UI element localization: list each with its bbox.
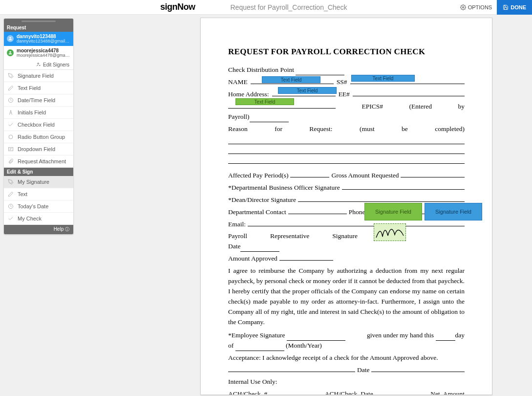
options-label: OPTIONS	[468, 4, 492, 10]
label-phone: Phone	[349, 207, 365, 218]
label-gross-amount: Gross Amount Requested	[331, 171, 399, 181]
tool-text-field[interactable]: Text Field	[4, 82, 73, 94]
tool-label: Request Attachment	[18, 158, 66, 164]
signer-email: dannyvito123488@gmail.c...	[17, 39, 70, 44]
paperclip-icon	[8, 158, 14, 164]
tool-checkbox-field[interactable]: Checkbox Field	[4, 119, 73, 131]
svg-point-5	[9, 135, 13, 139]
label-acceptance: Acceptance: I acknowledge receipt of a c…	[228, 353, 465, 363]
tool-label: Checkbox Field	[18, 122, 55, 128]
tool-my-check[interactable]: My Check	[4, 213, 73, 225]
dropdown-icon	[8, 146, 14, 152]
label-amount-approved: Amount Approved	[228, 254, 277, 264]
tool-label: Initials Field	[18, 110, 46, 115]
save-icon	[503, 4, 509, 10]
text-field-address2[interactable]: Text Field	[235, 98, 294, 105]
edit-signers-label: Edit Signers	[43, 62, 69, 67]
initials-icon	[8, 110, 14, 115]
topbar-actions: OPTIONS DONE	[455, 0, 532, 15]
tool-label: Date/Time Field	[18, 97, 55, 103]
label-epics: EPICS#	[362, 102, 383, 112]
svg-point-0	[462, 7, 464, 8]
tool-label: Text	[18, 191, 27, 197]
pen-nib-icon	[8, 179, 14, 185]
tool-label: Radio Button Group	[18, 134, 65, 140]
pen-nib-icon	[8, 73, 14, 79]
label-internal-use: Internal Use Only:	[228, 377, 465, 387]
clock-icon	[8, 203, 14, 209]
my-signature-placed[interactable]	[374, 223, 406, 241]
tool-label: My Check	[18, 216, 42, 221]
pencil-icon	[8, 191, 14, 197]
app-logo: signNow	[160, 2, 195, 12]
label-ee: EE#	[339, 89, 350, 100]
help-icon: ⓘ	[65, 227, 69, 232]
tool-todays-date[interactable]: Today's Date	[4, 200, 73, 213]
tool-radio-group[interactable]: Radio Button Group	[4, 131, 73, 143]
tool-initials-field[interactable]: Initials Field	[4, 107, 73, 119]
label-ss: SS#	[337, 77, 347, 88]
text-field-ss[interactable]: Text Field	[351, 75, 415, 82]
check-icon	[8, 122, 14, 128]
document-title: Request for Payroll_Correction_Check	[231, 3, 347, 11]
signature-field-1[interactable]: Signature Field	[364, 203, 422, 220]
label-date: Date	[228, 242, 240, 250]
sidebar-panel: Request dannyvito123488 dannyvito123488@…	[4, 19, 73, 234]
tool-datetime-field[interactable]: Date/Time Field	[4, 94, 73, 107]
agreement-paragraph: I agree to reimburse the Company by auth…	[228, 266, 465, 328]
doc-heading: REQUEST FOR PAYROLL CORRECTION CHECK	[228, 45, 465, 58]
svg-rect-6	[9, 147, 13, 151]
options-button[interactable]: OPTIONS	[455, 0, 497, 15]
label-dean-director: *Dean/Director Signature	[228, 195, 296, 205]
tool-signature-field[interactable]: Signature Field	[4, 70, 73, 82]
top-bar: signNow Request for Payroll_Correction_C…	[0, 0, 532, 15]
label-check-dist: Check Distribution Point	[228, 66, 294, 73]
person-edit-icon	[36, 62, 41, 67]
edit-signers-button[interactable]: Edit Signers	[4, 60, 73, 70]
label-affected-pay: Affected Pay Period(s)	[228, 171, 288, 181]
tool-text[interactable]: Text	[4, 188, 73, 200]
user-icon	[7, 35, 14, 42]
svg-point-1	[9, 37, 11, 39]
pencil-icon	[8, 85, 14, 91]
user-icon	[7, 49, 14, 56]
radio-icon	[8, 134, 14, 140]
check-icon	[8, 216, 14, 221]
done-button[interactable]: DONE	[497, 0, 532, 15]
text-field-name[interactable]: Text Field	[262, 76, 320, 83]
text-field-address[interactable]: Text Field	[278, 87, 337, 94]
tool-label: Dropdown Field	[18, 146, 55, 152]
tool-request-attachment[interactable]: Request Attachment	[4, 155, 73, 168]
panel-drag-handle[interactable]	[4, 19, 73, 23]
request-section-header: Request	[4, 23, 73, 32]
label-email: Email:	[228, 220, 246, 230]
signature-field-2[interactable]: Signature Field	[425, 203, 482, 220]
label-dept-contact: Departmental Contact	[228, 207, 286, 218]
signer-name: moorejessica4478	[17, 48, 70, 53]
label-emp-sig: *Employee Signature	[228, 331, 285, 339]
done-label: DONE	[511, 4, 526, 10]
svg-point-2	[9, 51, 11, 53]
gear-icon	[460, 4, 466, 10]
help-label: Help	[54, 226, 64, 232]
label-dept-bus-officer: *Departmental Business Officer Signature	[228, 183, 340, 193]
edit-sign-section-header: Edit & Sign	[4, 168, 73, 176]
svg-point-3	[38, 63, 39, 65]
label-month-year: (Month/Year)	[286, 342, 322, 349]
tool-my-signature[interactable]: My Signature	[4, 176, 73, 188]
signer-email: moorejessica4478@gmail...	[17, 53, 70, 58]
tool-label: Today's Date	[18, 203, 48, 209]
signer-row-1[interactable]: dannyvito123488 dannyvito123488@gmail.c.…	[4, 32, 73, 46]
tool-label: My Signature	[18, 179, 49, 185]
label-name: NAME	[228, 77, 248, 88]
help-button[interactable]: Help ⓘ	[4, 225, 73, 234]
signature-scribble-icon	[375, 225, 404, 240]
document-canvas[interactable]: REQUEST FOR PAYROLL CORRECTION CHECK Che…	[200, 18, 492, 395]
tool-label: Text Field	[18, 85, 41, 91]
signer-name: dannyvito123488	[17, 34, 70, 39]
signer-row-2[interactable]: moorejessica4478 moorejessica4478@gmail.…	[4, 46, 73, 60]
tool-label: Signature Field	[18, 73, 54, 79]
clock-icon	[8, 97, 14, 103]
tool-dropdown-field[interactable]: Dropdown Field	[4, 143, 73, 155]
